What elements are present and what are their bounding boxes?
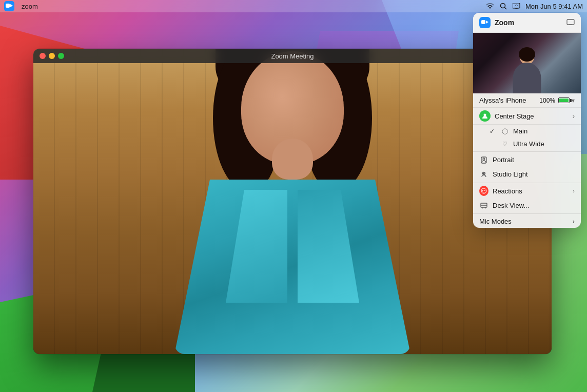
zoom-menubar-icon[interactable]: [4, 1, 14, 11]
checkmark-main: ✓: [490, 128, 497, 135]
person-jacket: [174, 180, 410, 354]
svg-point-18: [482, 190, 483, 191]
device-battery: 100% ▾: [539, 97, 575, 104]
desktop: zoom: [0, 0, 587, 392]
thumbnail-hair: [519, 47, 535, 62]
video-thumbnail: [473, 33, 581, 93]
desk-view-icon: [479, 201, 488, 210]
menubar-left: zoom: [4, 1, 38, 11]
reactions-icon: [479, 186, 488, 195]
mic-modes-arrow: ›: [573, 218, 575, 225]
minimize-button[interactable]: [49, 53, 55, 59]
svg-point-12: [484, 114, 486, 116]
svg-rect-0: [6, 4, 10, 8]
device-name: Alyssa's iPhone: [479, 96, 526, 104]
maximize-button[interactable]: [58, 53, 64, 59]
zoom-dropdown-panel: Zoom Alyssa's iPhone: [473, 13, 581, 228]
svg-point-2: [500, 4, 505, 8]
device-chevron[interactable]: ▾: [572, 97, 575, 104]
svg-point-16: [483, 173, 484, 174]
svg-point-17: [481, 188, 486, 193]
menubar-app-name[interactable]: zoom: [22, 3, 38, 10]
camera-ultrawide-label: Ultra Wide: [513, 140, 544, 148]
menu-item-studio-light[interactable]: Studio Light: [473, 167, 581, 182]
studio-light-label: Studio Light: [493, 170, 528, 178]
camera-option-ultrawide[interactable]: ✓ ♡ Ultra Wide: [473, 138, 581, 150]
svg-marker-8: [486, 21, 488, 24]
dropdown-app-name: Zoom: [495, 18, 514, 27]
svg-marker-1: [10, 4, 13, 7]
svg-rect-4: [513, 3, 520, 8]
divider-2: [473, 183, 581, 183]
person-neck: [272, 139, 313, 180]
main-camera-icon: ◯: [501, 128, 509, 134]
svg-rect-7: [481, 20, 485, 24]
desk-view-label: Desk View...: [493, 202, 529, 209]
reactions-label: Reactions: [493, 187, 522, 195]
camera-main-label: Main: [513, 127, 527, 135]
traffic-lights: [40, 53, 64, 59]
zoom-logo-icon: [479, 17, 491, 28]
menu-item-reactions[interactable]: Reactions ›: [473, 184, 581, 198]
menu-item-portrait[interactable]: Portrait: [473, 153, 581, 167]
window-title: Zoom Meeting: [271, 52, 314, 60]
portrait-icon: [479, 155, 488, 165]
search-menubar-icon[interactable]: [499, 2, 508, 11]
svg-line-3: [504, 8, 506, 10]
battery-percent: 100%: [539, 97, 555, 104]
thumbnail-person: [512, 47, 542, 93]
center-stage-icon: [479, 110, 491, 122]
svg-point-14: [483, 158, 485, 160]
battery-icon: [558, 97, 570, 103]
dropdown-zoom-logo: Zoom: [479, 17, 514, 28]
svg-point-19: [484, 190, 485, 191]
menubar-right: Mon Jun 5 9:41 AM: [485, 2, 583, 11]
dropdown-header: Zoom: [473, 13, 581, 33]
menubar-clock: Mon Jun 5 9:41 AM: [525, 3, 583, 10]
screen-menubar-icon[interactable]: [512, 2, 521, 11]
close-button[interactable]: [40, 53, 46, 59]
thumbnail-body: [513, 63, 541, 93]
battery-fill: [559, 99, 569, 102]
studio-light-icon: [479, 170, 488, 179]
camera-option-main[interactable]: ✓ ◯ Main: [473, 125, 581, 138]
device-row: Alyssa's iPhone 100% ▾: [473, 93, 581, 108]
center-stage-chevron: ›: [573, 112, 575, 120]
menubar: zoom: [0, 0, 587, 12]
svg-rect-9: [567, 19, 574, 25]
center-stage-left: Center Stage: [479, 110, 534, 122]
reactions-arrow: ›: [573, 188, 575, 194]
dropdown-screen-icon: [566, 18, 575, 27]
wifi-icon: [485, 2, 495, 11]
divider-1: [473, 151, 581, 152]
divider-3: [473, 213, 581, 214]
center-stage-label: Center Stage: [495, 112, 534, 120]
menu-item-desk-view[interactable]: Desk View...: [473, 198, 581, 212]
portrait-label: Portrait: [493, 156, 514, 164]
ultrawide-camera-icon: ♡: [501, 141, 509, 147]
center-stage-row[interactable]: Center Stage ›: [473, 108, 581, 125]
mic-modes-label: Mic Modes: [479, 218, 512, 225]
mic-modes-row[interactable]: Mic Modes ›: [473, 215, 581, 228]
